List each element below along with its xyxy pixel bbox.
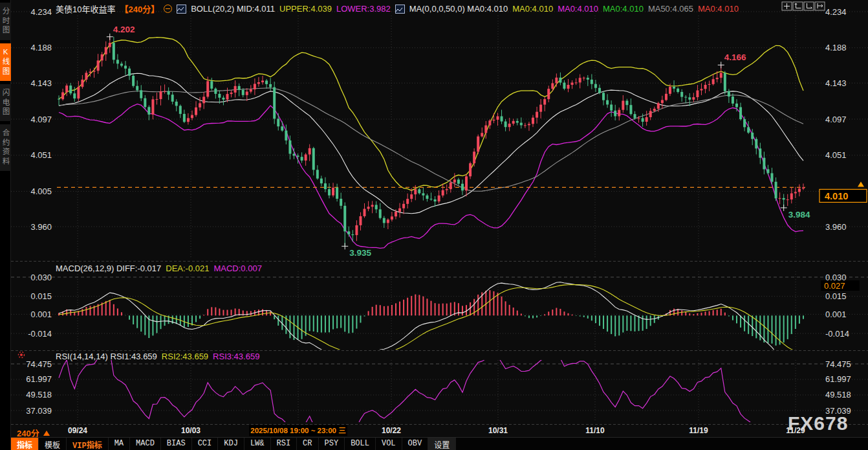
svg-text:37.039: 37.039 [26,406,52,416]
svg-text:74.475: 74.475 [26,359,52,369]
fit-y-axis-icon[interactable] [793,2,803,10]
toolbar-button-VOL[interactable]: VOL [376,438,402,450]
toolbar-button-MACD[interactable]: MACD [130,438,161,450]
svg-text:11/19: 11/19 [689,426,708,435]
macd-diff-value: MACD(26,12,9) DIFF:-0.017 [56,264,161,273]
svg-text:0.001: 0.001 [30,309,52,319]
macd-hist-value: MACD:0.007 [213,264,261,273]
svg-text:4.005: 4.005 [30,186,52,196]
ma50-value: MA50:4.065 [648,4,693,14]
svg-text:09/24: 09/24 [68,426,87,435]
svg-text:4.097: 4.097 [825,115,847,124]
indicator-toolbar: 指标模板VIP指标MAMACDBIASCCIKDJLW&RSICRPSYBOLL… [11,437,868,450]
svg-text:4.202: 4.202 [113,25,135,34]
svg-text:-0.014: -0.014 [28,329,52,339]
boll-upper-value: UPPER:4.039 [279,4,332,14]
svg-text:4.166: 4.166 [724,52,746,62]
period-label: 【240分】 [120,3,159,15]
ma-value-green: MA0:4.010 [603,4,644,14]
live-indicator-icon[interactable] [19,352,25,358]
toolbar-button-模板[interactable]: 模板 [39,438,67,450]
ma-value-red: MA0:4.010 [698,4,739,14]
toolbar-button-LW&[interactable]: LW& [244,438,271,450]
macd-dea-value: DEA:-0.021 [166,264,209,273]
svg-text:3.984: 3.984 [788,210,810,219]
toolbar-button-RSI[interactable]: RSI [271,438,298,450]
watermark: FX678 [788,412,848,434]
instrument-title: 美债10年收益率 [56,3,115,15]
sidebar: 分时图K线图闪电图合约资料 [0,0,11,450]
svg-text:4.010: 4.010 [825,191,848,201]
collapse-indicator-icon[interactable] [164,5,172,13]
svg-text:49.518: 49.518 [26,390,52,399]
svg-text:0.015: 0.015 [825,291,847,301]
toolbar-button-KDJ[interactable]: KDJ [218,438,244,450]
svg-text:3.960: 3.960 [825,222,847,232]
svg-text:0.027: 0.027 [824,281,845,291]
toolbar-button-PSY[interactable]: PSY [319,438,345,450]
svg-text:4.188: 4.188 [30,43,52,52]
svg-text:74.475: 74.475 [825,359,851,369]
svg-text:4.188: 4.188 [825,43,847,52]
svg-text:4.097: 4.097 [30,115,52,124]
boll-values: BOLL(20,2) MID:4.011 [191,4,275,14]
svg-text:4.143: 4.143 [30,78,52,88]
svg-text:49.518: 49.518 [825,390,851,399]
ma-value-yellow: MA0:4.010 [512,4,553,14]
svg-text:61.997: 61.997 [26,374,52,384]
svg-text:11/10: 11/10 [585,426,605,435]
svg-text:10/22: 10/22 [382,426,401,435]
triangle-up-icon [43,431,50,436]
svg-text:0.030: 0.030 [30,273,52,282]
svg-text:3.960: 3.960 [30,222,52,232]
sidebar-tab-合约资料[interactable]: 合约资料 [0,124,11,171]
sidebar-tab-K线图[interactable]: K线图 [0,43,11,81]
svg-text:4.051: 4.051 [30,150,52,160]
price-marker-icon [858,181,864,186]
toolbar-button-BIAS[interactable]: BIAS [161,438,192,450]
rsi1-value: RSI(14,14,14) RSI1:43.659 [56,352,157,361]
svg-text:4.143: 4.143 [825,78,847,88]
svg-text:4.051: 4.051 [825,150,847,160]
fit-x-axis-icon[interactable] [804,2,814,10]
toolbar-button-OBV[interactable]: OBV [402,438,429,450]
rsi3-value: RSI3:43.659 [213,352,259,361]
toolbar-button-BOLL[interactable]: BOLL [345,438,376,450]
rsi2-value: RSI2:43.659 [162,352,208,361]
toolbar-button-CR[interactable]: CR [297,438,318,450]
svg-text:10/03: 10/03 [181,426,201,435]
svg-text:-0.014: -0.014 [825,329,849,339]
svg-text:4.234: 4.234 [825,7,847,17]
toolbar-button-设置[interactable]: 设置 [428,438,456,450]
boll-lower-value: LOWER:3.982 [336,4,391,14]
candlestick-series [58,37,805,247]
svg-text:10/31: 10/31 [488,426,508,435]
ma-indicator-icon[interactable] [395,5,405,14]
svg-text:4.234: 4.234 [30,7,52,17]
boll-indicator-icon[interactable] [177,5,186,14]
main-chart-header: 美债10年收益率 【240分】 BOLL(20,2) MID:4.011 UPP… [56,3,739,15]
ma-values: MA(0,0,0,50,0) MA0:4.010 [409,4,508,14]
svg-text:61.997: 61.997 [825,374,851,384]
go-to-latest-icon[interactable] [815,2,825,10]
macd-series [59,290,803,346]
macd-panel-header: MACD(26,12,9) DIFF:-0.017 DEA:-0.021 MAC… [56,264,262,273]
svg-text:2025/10/08 19:00 ~ 23:00 三: 2025/10/08 19:00 ~ 23:00 三 [250,427,345,434]
toolbar-button-MA[interactable]: MA [109,438,130,450]
toolbar-button-指标[interactable]: 指标 [11,438,39,450]
toolbar-button-VIP指标[interactable]: VIP指标 [67,438,109,450]
rsi-panel-header: RSI(14,14,14) RSI1:43.659 RSI2:43.659 RS… [56,352,259,361]
ma-value-magenta: MA0:4.010 [558,4,598,14]
pan-icon[interactable] [782,2,792,10]
toolbar-button-CCI[interactable]: CCI [192,438,219,450]
svg-text:3.935: 3.935 [349,248,371,258]
sidebar-tab-分时图[interactable]: 分时图 [0,3,11,40]
svg-text:0.001: 0.001 [825,309,847,319]
svg-text:0.015: 0.015 [30,291,52,301]
charting-app: 4.2024.1663.9353.9844.2344.2344.1884.188… [0,0,868,450]
sidebar-tab-闪电图[interactable]: 闪电图 [0,84,11,122]
chart-canvas[interactable]: 4.2024.1663.9353.9844.2344.2344.1884.188… [0,0,868,450]
